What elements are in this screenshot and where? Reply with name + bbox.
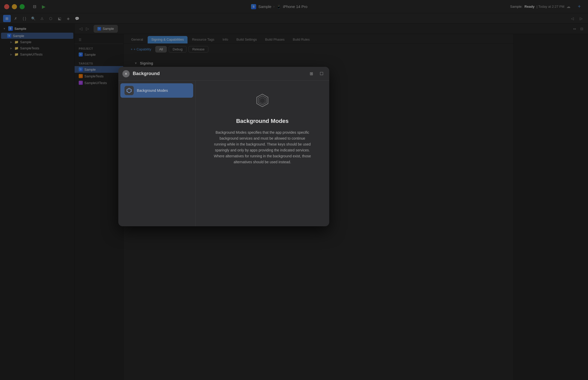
detail-title: Background Modes bbox=[236, 118, 289, 124]
panel-list-view-btn[interactable]: ☐ bbox=[318, 70, 325, 77]
background-modes-detail-icon bbox=[253, 92, 271, 110]
panel-capability-list: Background Modes bbox=[118, 81, 195, 226]
svg-marker-4 bbox=[260, 98, 265, 104]
detail-description: Background Modes specifies that the app … bbox=[213, 130, 311, 165]
panel-grid-view-btn[interactable]: ⊞ bbox=[308, 70, 315, 77]
svg-marker-1 bbox=[128, 89, 131, 93]
background-modes-item-icon bbox=[124, 86, 134, 95]
panel-header: ✕ Background ⊞ ☐ bbox=[118, 67, 329, 81]
background-panel: ✕ Background ⊞ ☐ Background Modes bbox=[118, 67, 329, 226]
panel-detail: Background Modes Background Modes specif… bbox=[195, 81, 329, 226]
background-modes-item-label: Background Modes bbox=[137, 88, 168, 93]
panel-body: Background Modes Background Modes Backgr… bbox=[118, 81, 329, 226]
panel-list-item-background-modes[interactable]: Background Modes bbox=[120, 83, 193, 98]
panel-title: Background bbox=[133, 71, 305, 76]
panel-close-button[interactable]: ✕ bbox=[122, 70, 130, 77]
detail-icon-container bbox=[252, 91, 273, 112]
